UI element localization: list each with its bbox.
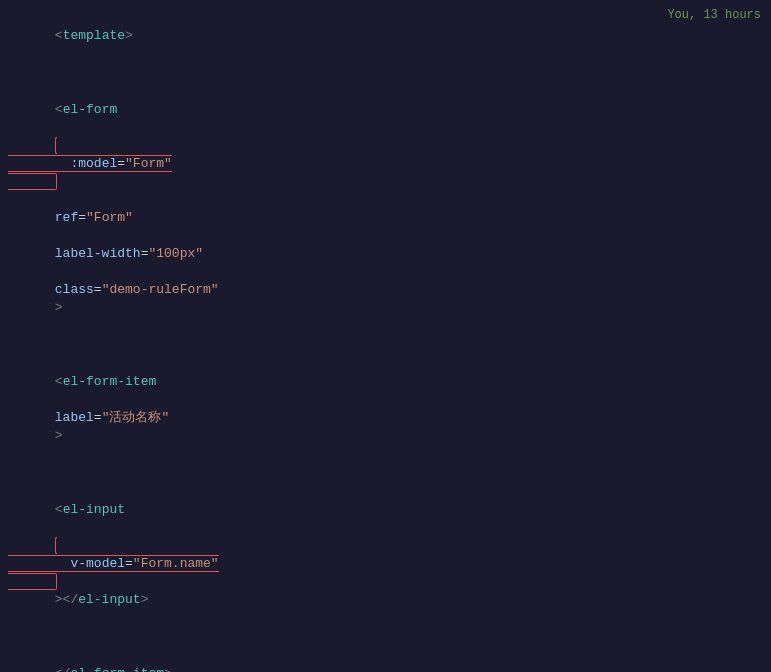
code-editor: You, 13 hours <template> <el-form :model… (0, 0, 771, 672)
code-line-4: <el-input v-model="Form.name" ></el-inpu… (0, 464, 771, 628)
code-line-1: <template> (0, 8, 771, 64)
code-line-3: <el-form-item label="活动名称" > (0, 336, 771, 464)
timestamp: You, 13 hours (667, 8, 761, 22)
code-line-2: <el-form :model="Form" ref="Form" label-… (0, 64, 771, 336)
code-line-5: </el-form-item> (0, 628, 771, 672)
